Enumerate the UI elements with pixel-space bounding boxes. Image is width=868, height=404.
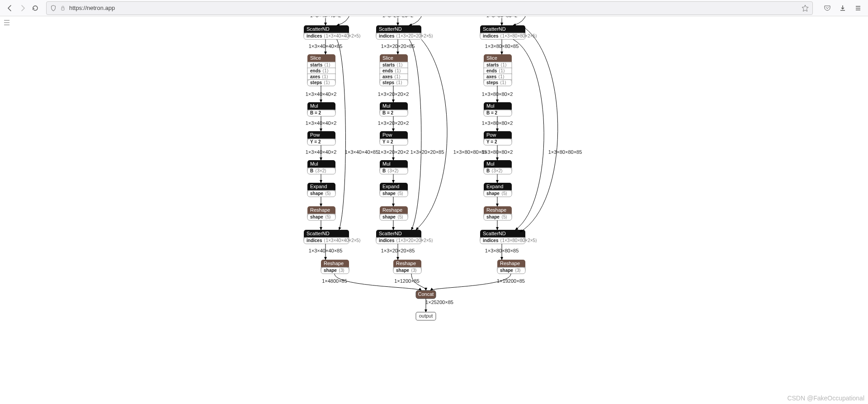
svg-text:indices⟨1×3×80×80×2×5⟩: indices⟨1×3×80×80×2×5⟩ xyxy=(483,33,537,38)
svg-text:starts⟨1⟩: starts⟨1⟩ xyxy=(310,62,330,67)
svg-text:Mul: Mul xyxy=(310,161,318,166)
node-param[interactable]: indices⟨1×3×20×20×2×5⟩ xyxy=(376,33,433,39)
node-param[interactable]: shape⟨5⟩ xyxy=(380,190,408,197)
scatternd-node[interactable]: ScatterND xyxy=(304,230,349,238)
node-param[interactable]: axes⟨1⟩ xyxy=(307,74,335,80)
node-param[interactable]: indices⟨1×3×80×80×2×5⟩ xyxy=(480,33,537,39)
mul-node[interactable]: Mul xyxy=(307,102,335,110)
node-param[interactable]: indices⟨1×3×40×40×2×5⟩ xyxy=(304,238,361,244)
slice-node[interactable]: Slice xyxy=(380,54,408,62)
edge-label: 1×4800×85 xyxy=(322,278,347,284)
expand-node[interactable]: Expand xyxy=(307,183,335,190)
forward-button[interactable] xyxy=(16,2,29,14)
node-param[interactable]: indices⟨1×3×20×20×2×5⟩ xyxy=(376,238,433,244)
edge-label: 1×3×80×80×85 xyxy=(548,149,582,155)
scatternd-node[interactable]: ScatterND xyxy=(480,25,525,33)
svg-text:indices⟨1×3×20×20×2×5⟩: indices⟨1×3×20×20×2×5⟩ xyxy=(379,238,433,243)
node-param[interactable]: shape⟨5⟩ xyxy=(307,214,335,220)
mul-node[interactable]: Mul xyxy=(484,160,512,168)
node-param[interactable]: Y = 2 xyxy=(380,139,408,145)
node-param[interactable]: shape⟨5⟩ xyxy=(307,190,335,197)
edge-label: 1×3×20×20×2 xyxy=(378,149,409,155)
concat-node[interactable]: Concat xyxy=(416,290,436,299)
node-param[interactable]: B⟨3×2⟩ xyxy=(380,168,408,174)
url-bar[interactable]: https://netron.app xyxy=(46,1,813,15)
svg-text:Pow: Pow xyxy=(310,132,320,138)
edge-label: 1×3×80×80×2 xyxy=(486,16,518,18)
svg-text:Reshape: Reshape xyxy=(382,207,402,213)
reshape-node[interactable]: Reshape xyxy=(484,206,512,214)
node-param[interactable]: B⟨3×2⟩ xyxy=(484,168,512,174)
mul-node[interactable]: Mul xyxy=(307,160,335,168)
back-button[interactable] xyxy=(4,2,16,14)
expand-node[interactable]: Expand xyxy=(484,183,512,190)
node-param[interactable]: axes⟨1⟩ xyxy=(484,74,512,80)
reshape-node[interactable]: Reshape xyxy=(307,206,335,214)
svg-text:Expand: Expand xyxy=(486,184,503,189)
node-param[interactable]: steps⟨1⟩ xyxy=(307,80,335,86)
svg-text:indices⟨1×3×40×40×2×5⟩: indices⟨1×3×40×40×2×5⟩ xyxy=(307,33,361,38)
svg-text:Y = 2: Y = 2 xyxy=(486,139,497,144)
scatternd-node[interactable]: ScatterND xyxy=(376,25,421,33)
edge-label: 1×3×80×80×2 xyxy=(482,120,513,126)
svg-text:indices⟨1×3×20×20×2×5⟩: indices⟨1×3×20×20×2×5⟩ xyxy=(379,33,433,38)
node-param[interactable]: Y = 2 xyxy=(484,139,512,145)
reshape-node[interactable]: Reshape xyxy=(321,260,349,267)
mul-node[interactable]: Mul xyxy=(380,160,408,168)
reshape-node[interactable]: Reshape xyxy=(497,260,525,267)
reload-button[interactable] xyxy=(29,2,42,14)
menu-button[interactable] xyxy=(852,2,864,14)
node-param[interactable]: ends⟨1⟩ xyxy=(380,68,408,74)
node-param[interactable]: shape⟨3⟩ xyxy=(497,267,525,274)
node-param[interactable]: shape⟨3⟩ xyxy=(321,267,349,274)
mul-node[interactable]: Mul xyxy=(380,102,408,110)
node-param[interactable]: shape⟨5⟩ xyxy=(380,214,408,220)
star-icon[interactable] xyxy=(802,5,809,12)
node-param[interactable]: Y = 2 xyxy=(307,139,335,145)
output-node[interactable]: output xyxy=(416,312,436,320)
node-param[interactable]: B = 2 xyxy=(484,110,512,116)
node-param[interactable]: axes⟨1⟩ xyxy=(380,74,408,80)
reshape-node[interactable]: Reshape xyxy=(393,260,421,267)
edge-label: 1×3×40×40×2 xyxy=(306,120,337,126)
node-param[interactable]: shape⟨5⟩ xyxy=(484,190,512,197)
node-param[interactable]: starts⟨1⟩ xyxy=(380,62,408,68)
svg-text:ScatterND: ScatterND xyxy=(307,231,330,236)
download-button[interactable] xyxy=(836,2,849,14)
node-param[interactable]: steps⟨1⟩ xyxy=(484,80,512,86)
slice-node[interactable]: Slice xyxy=(484,54,512,62)
pow-node[interactable]: Pow xyxy=(484,131,512,139)
node-param[interactable]: indices⟨1×3×40×40×2×5⟩ xyxy=(304,33,361,39)
node-param[interactable]: B = 2 xyxy=(307,110,335,116)
mul-node[interactable]: Mul xyxy=(484,102,512,110)
scatternd-node[interactable]: ScatterND xyxy=(376,230,421,238)
scatternd-node[interactable]: ScatterND xyxy=(304,25,349,33)
node-param[interactable]: B⟨3×2⟩ xyxy=(307,168,335,174)
edge-label: 1×3×20×20×2 xyxy=(382,16,414,18)
svg-text:Y = 2: Y = 2 xyxy=(382,139,393,144)
node-param[interactable]: starts⟨1⟩ xyxy=(307,62,335,68)
expand-node[interactable]: Expand xyxy=(380,183,408,190)
netron-menu-button[interactable] xyxy=(4,20,10,25)
node-param[interactable]: ends⟨1⟩ xyxy=(307,68,335,74)
svg-text:Slice: Slice xyxy=(486,55,497,61)
node-param[interactable]: steps⟨1⟩ xyxy=(380,80,408,86)
svg-text:Concat: Concat xyxy=(418,291,434,297)
model-graph[interactable]: 1×3×40×40×2ScatterNDindices⟨1×3×40×40×2×… xyxy=(81,16,787,351)
svg-text:shape⟨5⟩: shape⟨5⟩ xyxy=(382,214,403,219)
node-param[interactable]: indices⟨1×3×80×80×2×5⟩ xyxy=(480,238,537,244)
pocket-button[interactable] xyxy=(821,2,834,14)
node-param[interactable]: shape⟨5⟩ xyxy=(484,214,512,220)
svg-text:axes⟨1⟩: axes⟨1⟩ xyxy=(486,74,505,79)
reshape-node[interactable]: Reshape xyxy=(380,206,408,214)
node-param[interactable]: ends⟨1⟩ xyxy=(484,68,512,74)
node-param[interactable]: shape⟨3⟩ xyxy=(393,267,421,274)
node-param[interactable]: starts⟨1⟩ xyxy=(484,62,512,68)
pow-node[interactable]: Pow xyxy=(380,131,408,139)
scatternd-node[interactable]: ScatterND xyxy=(480,230,525,238)
slice-node[interactable]: Slice xyxy=(307,54,335,62)
svg-text:starts⟨1⟩: starts⟨1⟩ xyxy=(382,62,403,67)
pow-node[interactable]: Pow xyxy=(307,131,335,139)
shield-icon xyxy=(50,5,57,11)
node-param[interactable]: B = 2 xyxy=(380,110,408,116)
